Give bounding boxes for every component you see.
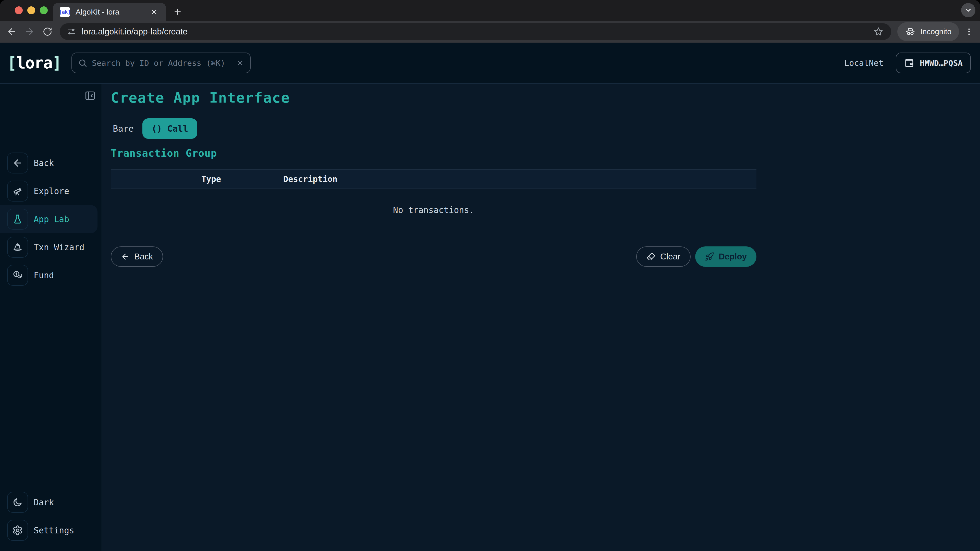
header-right: LocalNet HMWD…PQSA: [844, 52, 971, 73]
arrow-left-icon: [7, 152, 28, 173]
arrow-right-icon: [24, 27, 35, 37]
sidebar-item-txn-wizard[interactable]: Txn Wizard: [0, 233, 97, 261]
sidebar-item-theme-dark[interactable]: Dark: [0, 488, 97, 516]
sidebar-item-label: App Lab: [34, 214, 69, 224]
site-info-icon: [66, 27, 76, 37]
logo-bracket-open: [: [7, 54, 16, 72]
sidebar-item-label: Explore: [34, 186, 69, 196]
browser-tab-strip: [ak] AlgoKit - lora: [0, 0, 980, 21]
tab-title: AlgoKit - lora: [76, 8, 143, 16]
sidebar-item-settings[interactable]: Settings: [0, 516, 97, 545]
sidebar-item-fund[interactable]: Fund: [0, 261, 97, 289]
coins-icon: [7, 265, 28, 286]
clear-search-icon[interactable]: [236, 59, 244, 67]
deploy-button-label: Deploy: [719, 252, 747, 262]
macos-zoom-button[interactable]: [40, 6, 48, 14]
form-actions: Back Clear Deploy: [111, 246, 756, 267]
clear-button[interactable]: Clear: [636, 246, 690, 267]
sidebar-item-app-lab[interactable]: App Lab: [0, 205, 97, 233]
arrow-left-icon: [6, 27, 17, 37]
sidebar-item-label: Dark: [34, 497, 54, 507]
moon-icon: [7, 492, 28, 513]
browser-menu-button[interactable]: [963, 25, 975, 38]
table-header-description: Description: [283, 174, 337, 184]
transaction-table: Type Description No transactions.: [111, 169, 756, 231]
sidebar-item-back[interactable]: Back: [0, 149, 97, 177]
global-search[interactable]: [72, 52, 251, 73]
create-mode-tabs: Bare () Call: [111, 118, 197, 139]
logo-bracket-close: ]: [52, 54, 61, 72]
clear-button-label: Clear: [660, 252, 680, 262]
wallet-button[interactable]: HMWD…PQSA: [896, 52, 971, 73]
page-title: Create App Interface: [111, 89, 290, 106]
url-bar[interactable]: lora.algokit.io/app-lab/create: [60, 23, 891, 40]
eraser-icon: [646, 252, 655, 261]
sidebar-item-label: Settings: [34, 526, 74, 535]
wallet-icon: [904, 58, 915, 68]
incognito-icon: [905, 26, 916, 37]
arrow-left-icon: [121, 252, 130, 261]
sidebar-item-label: Back: [34, 158, 54, 168]
tab-call[interactable]: () Call: [142, 118, 197, 139]
gear-icon: [7, 520, 28, 541]
browser-back-button[interactable]: [5, 24, 19, 39]
table-header-type: Type: [201, 174, 283, 184]
table-header-row: Type Description: [111, 169, 756, 189]
wallet-address: HMWD…PQSA: [920, 59, 963, 68]
flask-icon: [7, 209, 28, 230]
wizard-hat-icon: [7, 237, 28, 258]
favicon: [ak]: [60, 7, 70, 17]
bookmark-star-icon[interactable]: [872, 25, 885, 38]
tab-search-button[interactable]: [961, 3, 975, 17]
incognito-label: Incognito: [920, 27, 951, 36]
back-button-label: Back: [134, 252, 153, 262]
logo-name: lora: [16, 54, 52, 72]
telescope-icon: [7, 181, 28, 202]
main-content: Create App Interface Bare () Call Transa…: [103, 84, 980, 551]
rocket-icon: [705, 252, 714, 261]
sidebar-item-label: Txn Wizard: [34, 242, 84, 252]
sidebar-item-explore[interactable]: Explore: [0, 177, 97, 205]
sidebar-item-label: Fund: [34, 270, 54, 280]
url-text: lora.algokit.io/app-lab/create: [82, 27, 872, 37]
network-label: LocalNet: [844, 58, 883, 68]
chevron-down-icon: [964, 6, 972, 14]
kebab-menu-icon: [965, 27, 974, 36]
back-button[interactable]: Back: [111, 246, 163, 267]
lora-app: [lora] LocalNet HMWD…PQSA: [0, 43, 980, 551]
panel-collapse-icon: [84, 90, 96, 101]
search-icon: [78, 59, 87, 68]
table-empty-message: No transactions.: [111, 189, 756, 231]
browser-forward-button[interactable]: [22, 24, 37, 39]
browser-toolbar: lora.algokit.io/app-lab/create Incognito: [0, 21, 980, 43]
app-header: [lora] LocalNet HMWD…PQSA: [0, 43, 980, 84]
tab-bare[interactable]: Bare: [111, 124, 134, 134]
browser-reload-button[interactable]: [40, 24, 55, 39]
macos-close-button[interactable]: [15, 6, 23, 14]
deploy-button[interactable]: Deploy: [695, 246, 756, 267]
transaction-group-heading: Transaction Group: [111, 148, 217, 159]
sidebar-footer: Dark Settings: [0, 488, 102, 545]
search-input[interactable]: [92, 59, 232, 68]
new-tab-button[interactable]: [172, 6, 184, 18]
sidebar-nav: Back Explore App Lab: [0, 149, 102, 289]
reload-icon: [43, 27, 52, 37]
browser-window: [ak] AlgoKit - lora lora.algokit.io/app-…: [0, 0, 980, 551]
sidebar: Back Explore App Lab: [0, 84, 102, 551]
incognito-badge: Incognito: [897, 22, 959, 41]
macos-minimize-button[interactable]: [27, 6, 35, 14]
tab-close-icon[interactable]: [149, 7, 159, 17]
sidebar-collapse-button[interactable]: [84, 89, 97, 102]
lora-logo[interactable]: [lora]: [7, 54, 61, 72]
browser-tab[interactable]: [ak] AlgoKit - lora: [53, 3, 166, 21]
